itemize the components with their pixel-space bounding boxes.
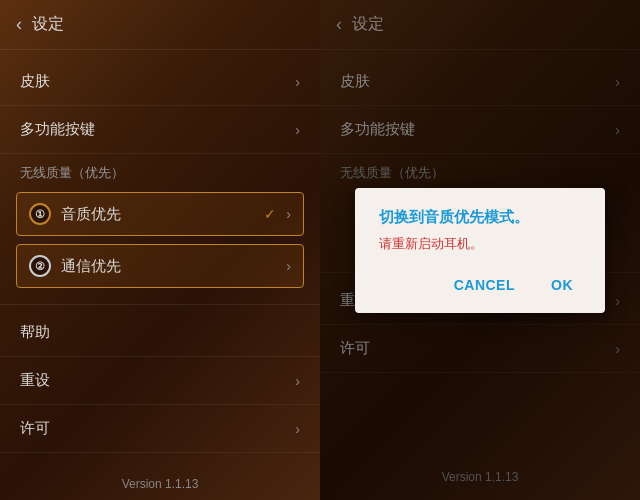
left-menu-item-multifunction[interactable]: 多功能按键 › bbox=[0, 106, 320, 154]
dialog-overlay: 切换到音质优先模式。 请重新启动耳机。 CANCEL OK bbox=[320, 0, 640, 500]
left-audio-check: ✓ bbox=[264, 206, 276, 222]
left-comm-arrow: › bbox=[286, 258, 291, 274]
right-panel: ‹ 设定 皮肤 › 多功能按键 › 无线质量（优先） 重设 › 许可 › Ver… bbox=[320, 0, 640, 500]
left-reset-label: 重设 bbox=[20, 371, 50, 390]
left-help-label: 帮助 bbox=[20, 323, 50, 342]
left-radio-comm[interactable]: ② 通信优先 › bbox=[16, 244, 304, 288]
dialog-ok-button[interactable]: OK bbox=[543, 273, 581, 297]
dialog-message: 请重新启动耳机。 bbox=[379, 235, 581, 253]
left-version: Version 1.1.13 bbox=[0, 461, 320, 500]
left-header: ‹ 设定 bbox=[0, 0, 320, 50]
dialog-title: 切换到音质优先模式。 bbox=[379, 208, 581, 227]
left-radio-group: ① 音质优先 ✓ › ② 通信优先 › bbox=[0, 188, 320, 300]
left-menu-item-reset[interactable]: 重设 › bbox=[0, 357, 320, 405]
left-wireless-label: 无线质量（优先） bbox=[0, 154, 320, 188]
left-radio-num-1: ① bbox=[29, 203, 51, 225]
left-reset-arrow: › bbox=[295, 373, 300, 389]
left-allow-arrow: › bbox=[295, 421, 300, 437]
left-audio-label: 音质优先 bbox=[61, 205, 254, 224]
left-comm-label: 通信优先 bbox=[61, 257, 276, 276]
left-panel-title: 设定 bbox=[32, 14, 64, 35]
left-radio-audio[interactable]: ① 音质优先 ✓ › bbox=[16, 192, 304, 236]
left-divider-1 bbox=[0, 304, 320, 305]
left-back-button[interactable]: ‹ bbox=[16, 14, 22, 35]
left-menu: 皮肤 › 多功能按键 › 无线质量（优先） ① 音质优先 ✓ › ② 通信优先 … bbox=[0, 50, 320, 461]
dialog-buttons: CANCEL OK bbox=[379, 273, 581, 297]
dialog-cancel-button[interactable]: CANCEL bbox=[446, 273, 523, 297]
left-radio-num-2: ② bbox=[29, 255, 51, 277]
left-menu-item-allow[interactable]: 许可 › bbox=[0, 405, 320, 453]
left-multifunction-arrow: › bbox=[295, 122, 300, 138]
left-allow-label: 许可 bbox=[20, 419, 50, 438]
left-multifunction-label: 多功能按键 bbox=[20, 120, 95, 139]
dialog-box: 切换到音质优先模式。 请重新启动耳机。 CANCEL OK bbox=[355, 188, 605, 313]
left-menu-item-skin[interactable]: 皮肤 › bbox=[0, 58, 320, 106]
left-skin-arrow: › bbox=[295, 74, 300, 90]
left-audio-arrow: › bbox=[286, 206, 291, 222]
left-menu-item-help[interactable]: 帮助 bbox=[0, 309, 320, 357]
left-skin-label: 皮肤 bbox=[20, 72, 50, 91]
left-panel: ‹ 设定 皮肤 › 多功能按键 › 无线质量（优先） ① 音质优先 ✓ › ② … bbox=[0, 0, 320, 500]
